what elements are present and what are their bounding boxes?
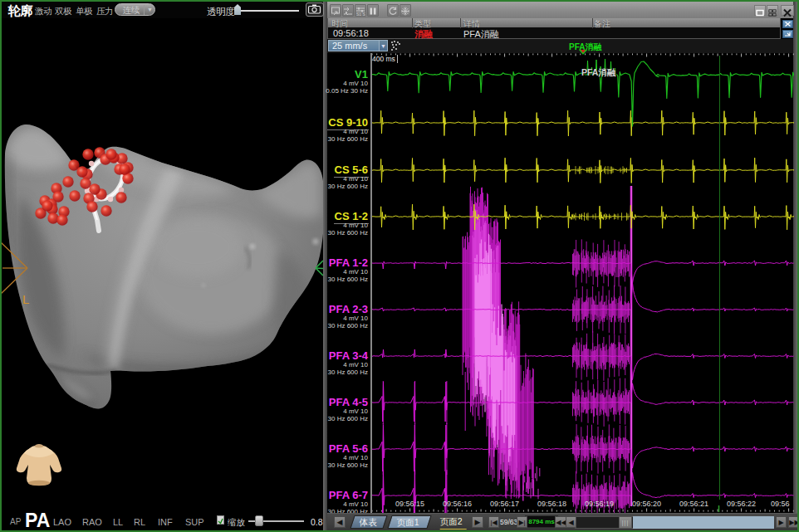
- svg-text:L: L: [22, 292, 29, 306]
- svg-text:S1 S2: S1 S2: [356, 12, 365, 17]
